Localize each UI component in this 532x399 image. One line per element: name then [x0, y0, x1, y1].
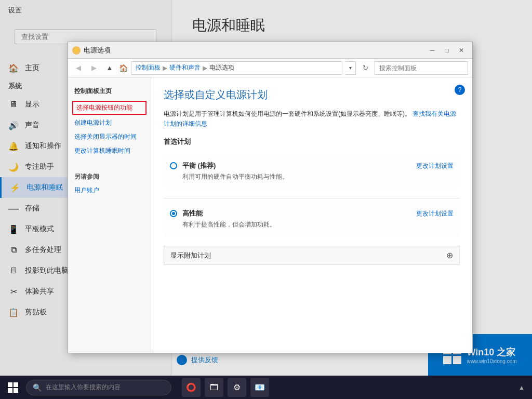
plan-balanced-name: 平衡 (推荐): [182, 161, 216, 170]
taskbar-app-settings[interactable]: ⚙: [228, 378, 246, 397]
plan-balanced: 平衡 (推荐) 更改计划设置 利用可用的硬件自动平衡功耗与性能。: [164, 155, 460, 188]
maximize-button[interactable]: □: [440, 45, 454, 56]
refresh-button[interactable]: ↻: [359, 62, 371, 74]
plan-high-performance: 高性能 更改计划设置 有利于提高性能，但会增加功耗。: [164, 203, 460, 235]
plan-divider: [164, 198, 460, 198]
sidebar-link-display-time[interactable]: 选择关闭显示器的时间: [68, 130, 151, 144]
dialog-description: 电源计划是用于管理计算机如何使用电源的一套硬件和系统设置(如显示器亮度、睡眠等)…: [164, 109, 460, 129]
taskbar-app-files[interactable]: 🗔: [205, 378, 223, 397]
plan-high-name: 高性能: [182, 209, 203, 218]
breadcrumb-sep1: ▶: [163, 64, 167, 72]
home-breadcrumb-icon: 🏠: [119, 64, 128, 72]
taskbar-app-mail[interactable]: 📧: [250, 378, 269, 397]
plan-balanced-change-link[interactable]: 更改计划设置: [416, 162, 454, 170]
up-button[interactable]: ▲: [103, 62, 116, 74]
power-options-dialog: ⚡ 电源选项 ─ □ ✕ ◀ ▶ ▲ 🏠 控制面板 ▶ 硬件和声音 ▶ 电源选项…: [68, 42, 473, 353]
breadcrumb-current: 电源选项: [209, 63, 234, 72]
plan-high-left: 高性能: [170, 209, 203, 218]
show-more-text: 显示附加计划: [170, 251, 446, 260]
taskbar-search-text: 在这里输入你要搜索的内容: [46, 383, 121, 392]
also-see-section: 另请参阅 用户账户: [68, 168, 151, 197]
dialog-body: 控制面板主页 选择电源按钮的功能 创建电源计划 选择关闭显示器的时间 更改计算机…: [68, 77, 472, 353]
dialog-content-title: 选择或自定义电源计划: [164, 88, 460, 102]
taskbar: 🔍 在这里输入你要搜索的内容 ⭕ 🗔 ⚙ 📧 ▲: [0, 376, 532, 399]
taskbar-search-box[interactable]: 🔍 在这里输入你要搜索的内容: [26, 380, 171, 395]
breadcrumb-level1[interactable]: 硬件和声音: [169, 63, 201, 72]
plan-balanced-desc: 利用可用的硬件自动平衡功耗与性能。: [182, 172, 454, 181]
also-see-title: 另请参阅: [68, 168, 151, 183]
plans-section-title: 首选计划: [164, 137, 460, 149]
plan-balanced-left: 平衡 (推荐): [170, 161, 216, 170]
dialog-overlay: ⚡ 电源选项 ─ □ ✕ ◀ ▶ ▲ 🏠 控制面板 ▶ 硬件和声音 ▶ 电源选项…: [0, 0, 532, 399]
close-button[interactable]: ✕: [455, 45, 468, 56]
breadcrumb-sep2: ▶: [203, 64, 207, 72]
radio-high-performance[interactable]: [170, 210, 177, 217]
address-bar: ◀ ▶ ▲ 🏠 控制面板 ▶ 硬件和声音 ▶ 电源选项 ▾ ↻: [68, 59, 472, 77]
forward-button[interactable]: ▶: [88, 62, 100, 74]
dialog-title-icon: ⚡: [72, 46, 81, 55]
sidebar-panel-title: 控制面板主页: [68, 83, 151, 100]
dialog-sidebar: 控制面板主页 选择电源按钮的功能 创建电源计划 选择关闭显示器的时间 更改计算机…: [68, 77, 151, 353]
expand-icon: ⊕: [446, 250, 453, 260]
windows-logo-icon: [8, 382, 18, 393]
radio-balanced[interactable]: [170, 162, 177, 169]
start-button[interactable]: [0, 376, 26, 399]
dialog-titlebar: ⚡ 电源选项 ─ □ ✕: [68, 42, 472, 59]
taskbar-app-taskview[interactable]: ⭕: [182, 378, 201, 397]
window-controls: ─ □ ✕: [425, 45, 468, 56]
taskbar-right: ▲: [516, 384, 532, 391]
minimize-button[interactable]: ─: [425, 45, 439, 56]
show-more-plans[interactable]: 显示附加计划 ⊕: [164, 246, 460, 265]
search-icon: 🔍: [33, 383, 42, 392]
sidebar-link-user-accounts[interactable]: 用户账户: [68, 183, 151, 197]
address-dropdown-button[interactable]: ▾: [345, 61, 356, 75]
breadcrumb-home[interactable]: 控制面板: [136, 63, 161, 72]
dialog-search-input[interactable]: [375, 61, 468, 75]
plan-high-header: 高性能 更改计划设置: [170, 209, 454, 218]
dialog-main-content: ? 选择或自定义电源计划 电源计划是用于管理计算机如何使用电源的一套硬件和系统设…: [151, 77, 472, 353]
plan-high-change-link[interactable]: 更改计划设置: [416, 209, 454, 218]
taskbar-chevron[interactable]: ▲: [516, 384, 527, 391]
back-button[interactable]: ◀: [72, 62, 85, 74]
dialog-title-text: 电源选项: [84, 46, 422, 55]
taskbar-app-icons: ⭕ 🗔 ⚙ 📧: [182, 378, 269, 397]
sidebar-link-power-button[interactable]: 选择电源按钮的功能: [72, 101, 147, 115]
address-breadcrumb: 控制面板 ▶ 硬件和声音 ▶ 电源选项: [131, 61, 342, 75]
sidebar-link-sleep-time[interactable]: 更改计算机睡眠时间: [68, 144, 151, 158]
help-icon[interactable]: ?: [455, 85, 465, 95]
plan-high-desc: 有利于提高性能，但会增加功耗。: [182, 220, 454, 229]
plan-balanced-header: 平衡 (推荐) 更改计划设置: [170, 161, 454, 170]
sidebar-link-create-plan[interactable]: 创建电源计划: [68, 116, 151, 130]
